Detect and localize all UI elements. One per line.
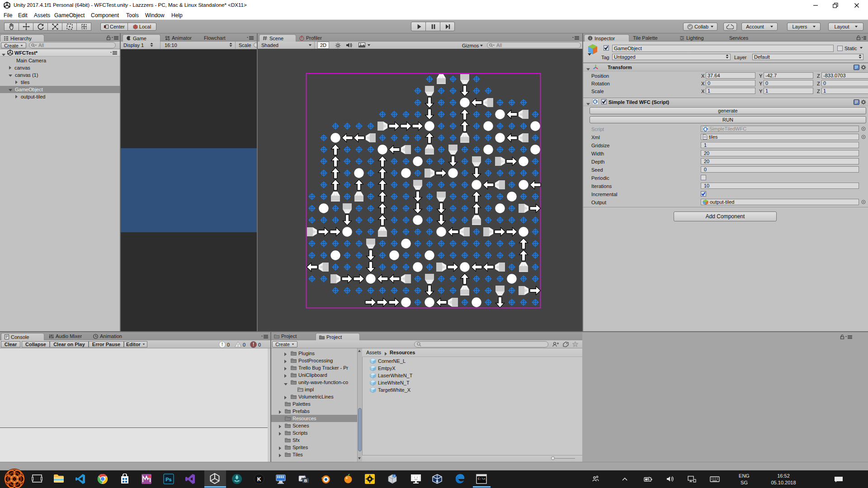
svg-text:!: ! <box>222 342 223 347</box>
svg-text:C:\>_: C:\>_ <box>478 477 487 481</box>
svg-text:!: ! <box>253 342 255 347</box>
svg-text:!: ! <box>237 343 239 347</box>
svg-text:B: B <box>304 479 307 483</box>
svg-text:Ps: Ps <box>165 477 171 482</box>
svg-text:K: K <box>257 476 261 483</box>
